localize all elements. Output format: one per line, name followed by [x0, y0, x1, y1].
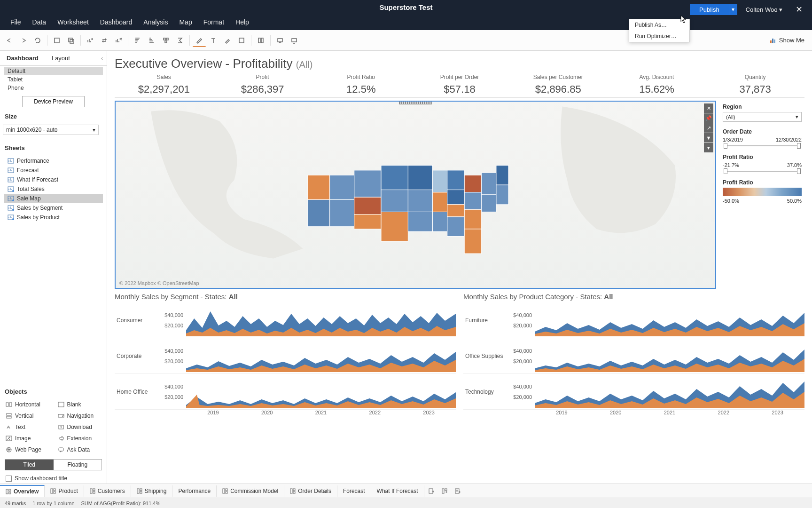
obj-image[interactable]: Image: [5, 434, 50, 443]
dashboard-icon: [6, 489, 11, 494]
tab-orderdetails[interactable]: Order Details: [284, 485, 337, 497]
sidebar-tab-dashboard[interactable]: Dashboard: [0, 51, 45, 65]
tab-overview[interactable]: Overview: [0, 485, 45, 497]
sheets-header: Sheets: [0, 142, 107, 154]
svg-point-18: [12, 190, 14, 192]
device-preview-button[interactable]: Device Preview: [22, 96, 85, 107]
tile-float-toggle: Tiled Floating: [5, 459, 102, 470]
obj-text[interactable]: Text: [5, 422, 50, 432]
region-select[interactable]: (All)▾: [723, 112, 802, 122]
tab-forecast[interactable]: Forecast: [337, 485, 371, 497]
sheet-whatif[interactable]: What If Forecast: [4, 175, 103, 184]
group-button[interactable]: [159, 34, 172, 47]
tab-whatif[interactable]: What If Forecast: [371, 485, 424, 497]
duplicate-button[interactable]: [64, 34, 78, 47]
map-filter[interactable]: ▼: [704, 133, 713, 143]
user-menu[interactable]: Colten Woo ▾: [741, 4, 787, 15]
extension-icon: [58, 436, 64, 441]
svg-rect-83: [445, 489, 447, 491]
sheet-performance[interactable]: Performance: [4, 156, 103, 166]
run-optimizer-item[interactable]: Run Optimizer…: [629, 31, 689, 42]
sidebar-collapse[interactable]: ‹: [97, 53, 107, 64]
tab-shipping[interactable]: Shipping: [131, 485, 173, 497]
obj-vertical[interactable]: Vertical: [5, 411, 50, 421]
close-button[interactable]: ✕: [791, 2, 807, 16]
drag-handle[interactable]: [399, 101, 432, 104]
undo-button[interactable]: [3, 34, 16, 47]
new-data-button[interactable]: [84, 34, 97, 47]
presentation-button[interactable]: [273, 34, 287, 47]
sort-desc-button[interactable]: [145, 34, 158, 47]
map-goto[interactable]: ↗: [704, 123, 713, 133]
clear-button[interactable]: [112, 34, 125, 47]
menu-analysis[interactable]: Analysis: [138, 16, 173, 29]
publish-dropdown[interactable]: ▾: [729, 4, 737, 15]
sort-asc-button[interactable]: [131, 34, 144, 47]
device-phone[interactable]: Phone: [4, 84, 103, 92]
sidebar-tab-layout[interactable]: Layout: [45, 51, 77, 65]
revert-button[interactable]: [31, 34, 44, 47]
obj-webpage[interactable]: Web Page: [5, 445, 50, 454]
new-story-button[interactable]: [452, 485, 464, 497]
sheet-salesbysegment[interactable]: Sales by Segment: [4, 203, 103, 213]
menu-dashboard[interactable]: Dashboard: [94, 16, 138, 29]
map-more[interactable]: ▾: [704, 143, 713, 152]
svg-rect-42: [381, 165, 408, 190]
sheet-forecast[interactable]: Forecast: [4, 166, 103, 175]
tab-performance[interactable]: Performance: [172, 485, 217, 497]
device-tablet[interactable]: Tablet: [4, 75, 103, 84]
date-slider[interactable]: [726, 144, 799, 147]
obj-horizontal[interactable]: Horizontal: [5, 400, 50, 409]
tab-product[interactable]: Product: [45, 485, 84, 497]
share-button[interactable]: [288, 34, 301, 47]
new-worksheet-button[interactable]: [50, 34, 63, 47]
menu-worksheet[interactable]: Worksheet: [52, 16, 94, 29]
fit-button[interactable]: [235, 34, 248, 47]
menu-format[interactable]: Format: [198, 16, 230, 29]
highlight-button[interactable]: [193, 34, 206, 47]
totals-button[interactable]: [173, 34, 187, 47]
swap-icon: [101, 37, 108, 44]
sheet-salemap[interactable]: Sale Map: [4, 194, 103, 203]
device-default[interactable]: Default: [4, 67, 103, 75]
tab-customers[interactable]: Customers: [84, 485, 131, 497]
size-select[interactable]: min 1000x620 - auto▾: [3, 125, 99, 135]
menu-data[interactable]: Data: [27, 16, 52, 29]
sheet-totalsales[interactable]: Total Sales: [4, 184, 103, 194]
format-button[interactable]: [221, 34, 234, 47]
show-title-checkbox[interactable]: Show dashboard title: [0, 473, 107, 484]
sort-desc-icon: [148, 37, 156, 44]
map-container[interactable]: ✕ 📌 ↗ ▼ ▾: [115, 101, 716, 289]
swap-button[interactable]: [98, 34, 111, 47]
redo-button[interactable]: [17, 34, 30, 47]
obj-askdata[interactable]: Ask Data: [57, 445, 102, 454]
tab-commission[interactable]: Commission Model: [217, 485, 284, 497]
new-dashboard-button[interactable]: [438, 485, 451, 497]
bars-plus-icon: [86, 37, 94, 44]
show-me-button[interactable]: Show Me: [770, 37, 809, 44]
tile-button[interactable]: Tiled: [5, 460, 54, 470]
obj-navigation[interactable]: Navigation: [57, 411, 102, 421]
obj-download[interactable]: Download: [57, 422, 102, 432]
svg-rect-61: [496, 165, 508, 185]
svg-rect-55: [464, 175, 481, 192]
svg-rect-62: [496, 185, 508, 205]
publish-as-item[interactable]: Publish As…: [629, 19, 689, 31]
map-pin[interactable]: 📌: [704, 113, 713, 123]
new-sheet-button[interactable]: [425, 485, 437, 497]
sheet-salesbyproduct[interactable]: Sales by Product: [4, 213, 103, 222]
status-rows: 1 row by 1 column: [32, 500, 74, 506]
menu-file[interactable]: File: [5, 16, 27, 29]
blank-icon: [58, 402, 64, 407]
float-button[interactable]: Floating: [54, 460, 102, 470]
standard-button[interactable]: [254, 34, 267, 47]
map-close[interactable]: ✕: [704, 103, 713, 113]
svg-rect-39: [354, 170, 381, 197]
menu-help[interactable]: Help: [230, 16, 255, 29]
menu-map[interactable]: Map: [173, 16, 197, 29]
ratio-slider[interactable]: [726, 170, 799, 173]
text-button[interactable]: [207, 34, 220, 47]
publish-button[interactable]: Publish: [690, 4, 729, 15]
obj-extension[interactable]: Extension: [57, 434, 102, 443]
obj-blank[interactable]: Blank: [57, 400, 102, 409]
